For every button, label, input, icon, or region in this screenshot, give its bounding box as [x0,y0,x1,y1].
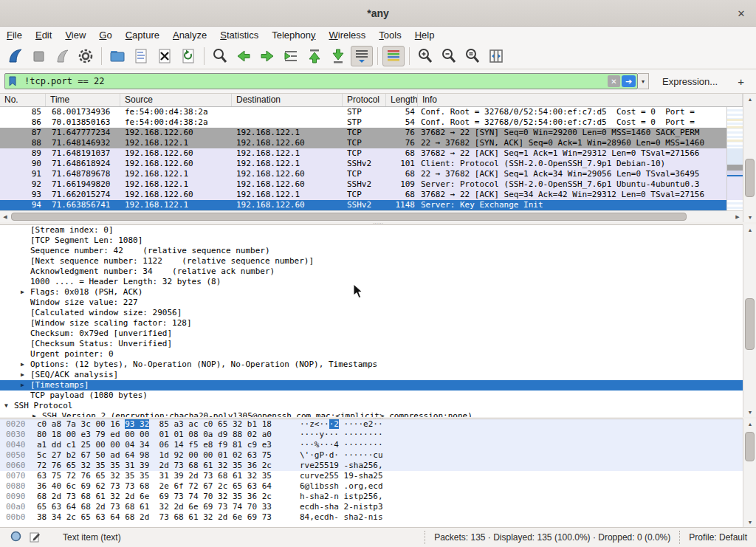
filter-history-dropdown[interactable]: ▾ [638,73,649,89]
packet-row[interactable]: 93 71.662015274 192.168.122.60 192.168.1… [0,190,726,200]
column-header[interactable]: Length [386,94,418,106]
expander-icon[interactable] [21,308,30,318]
auto-scroll-icon[interactable] [351,46,373,66]
expression-button[interactable]: Expression... [662,76,718,87]
detail-tree-row[interactable]: ▶ [SEQ/ACK analysis] [0,370,743,380]
go-to-packet-icon[interactable] [280,46,302,66]
menu-item[interactable]: Analyze [166,28,213,42]
expander-icon[interactable] [21,349,30,359]
detail-tree-row[interactable]: ▶ [Timestamps] [0,380,743,391]
detail-tree-row[interactable]: Acknowledgment number: 34 (relative ack … [0,266,743,277]
expander-icon[interactable] [21,225,30,235]
zoom-in-icon[interactable] [414,46,436,66]
menu-item[interactable]: Telephony [265,28,322,42]
hex-row[interactable]: 00a0 65 63 64 68 2d 73 68 61 32 2d 6e 69… [0,502,743,512]
scroll-thumb[interactable] [745,159,755,197]
expander-icon[interactable] [21,246,30,256]
packet-row[interactable]: 91 71.648789678 192.168.122.1 192.168.12… [0,169,726,179]
start-capture-icon[interactable] [4,46,26,66]
detail-tree-row[interactable]: Sequence number: 42 (relative sequence n… [0,246,743,256]
menu-item[interactable]: Edit [29,28,58,42]
go-forward-icon[interactable] [256,46,278,66]
packet-row[interactable]: 88 71.648146932 192.168.122.1 192.168.12… [0,138,726,148]
column-header[interactable]: No. [0,94,46,106]
scroll-down-icon[interactable]: ▼ [743,517,756,527]
detail-tree-row[interactable]: ▶ Options: (12 bytes), No-Operation (NOP… [0,359,743,370]
scroll-thumb[interactable] [745,432,755,461]
filter-bookmark-icon[interactable] [8,76,17,89]
scroll-up-icon[interactable]: ▲ [743,419,756,429]
expander-icon[interactable] [21,318,30,328]
scroll-down-icon[interactable]: ▼ [743,212,756,222]
scroll-up-icon[interactable]: ▲ [743,224,756,235]
hex-row[interactable]: 0040 a1 dd c1 25 00 00 04 34 06 14 f5 e8… [0,440,743,450]
detail-tree-row[interactable]: ▶ SSH Version 2 (encryption:chacha20-pol… [0,411,743,417]
menu-item[interactable]: View [58,28,92,42]
scroll-down-icon[interactable]: ▼ [743,407,756,417]
detail-tree-row[interactable]: ▼ SSH Protocol [0,401,743,411]
detail-tree-row[interactable]: TCP payload (1080 bytes) [0,391,743,401]
detail-tree-row[interactable]: [Next sequence number: 1122 (relative se… [0,256,743,266]
column-header[interactable]: Protocol [343,94,386,106]
scroll-thumb[interactable] [11,213,687,221]
packet-minimap[interactable] [726,107,743,210]
expander-icon[interactable] [21,266,30,277]
packet-row[interactable]: 89 71.648191037 192.168.122.60 192.168.1… [0,148,726,159]
packet-list-hscrollbar[interactable]: ◀ ▶ [0,210,743,222]
stop-capture-icon[interactable] [27,46,49,66]
capture-comment-icon[interactable] [29,531,41,545]
display-filter-input[interactable] [4,73,638,89]
packet-row[interactable]: 92 71.661949820 192.168.122.1 192.168.12… [0,179,726,190]
zoom-out-icon[interactable] [438,46,460,66]
hex-row[interactable]: 0020 c0 a8 7a 3c 00 16 93 32 85 a3 ac c0… [0,419,743,430]
hex-row[interactable]: 0080 36 40 6c 69 62 73 73 68 2e 6f 72 67… [0,481,743,492]
expander-icon[interactable]: ▶ [21,370,30,380]
open-file-icon[interactable] [106,46,128,66]
add-filter-button[interactable]: + [738,75,744,88]
detail-vscrollbar[interactable]: ▲ ▼ [743,224,756,417]
find-packet-icon[interactable] [209,46,231,66]
menu-item[interactable]: Wireless [323,28,373,42]
packet-list-vscrollbar[interactable]: ▲ ▼ [743,94,756,222]
go-first-packet-icon[interactable] [303,46,326,66]
hex-row[interactable]: 00b0 38 34 2c 65 63 64 68 2d 73 68 61 32… [0,512,743,523]
bytes-vscrollbar[interactable]: ▲ ▼ [743,419,756,527]
menu-item[interactable]: Tools [372,28,408,42]
hex-row[interactable]: 0030 80 18 00 e3 79 ed 00 00 01 01 08 0a… [0,430,743,440]
menu-item[interactable]: File [0,28,29,42]
scroll-thumb[interactable] [745,298,755,350]
expander-icon[interactable] [21,339,30,349]
packet-row[interactable]: 85 68.001734936 fe:54:00:d4:38:2a STP 54… [0,107,726,117]
hex-row[interactable]: 0090 68 2d 73 68 61 32 2d 6e 69 73 74 70… [0,492,743,502]
title-bar[interactable]: *any ✕ [0,0,756,27]
zoom-original-icon[interactable] [461,46,484,66]
reload-file-icon[interactable] [177,46,199,66]
detail-tree-row[interactable]: [Stream index: 0] [0,225,743,235]
expander-icon[interactable] [21,277,30,287]
menu-item[interactable]: Go [92,28,118,42]
colorize-packets-icon[interactable] [382,46,405,66]
scroll-up-icon[interactable]: ▲ [743,94,756,104]
restart-capture-icon[interactable] [51,46,73,66]
detail-tree-row[interactable]: [Window size scaling factor: 128] [0,318,743,328]
detail-tree-row[interactable]: [Checksum Status: Unverified] [0,339,743,349]
packet-row[interactable]: 94 71.663856741 192.168.122.1 192.168.12… [0,200,726,210]
close-window-button[interactable]: ✕ [734,6,749,21]
column-header[interactable]: Destination [232,94,343,106]
capture-options-icon[interactable] [75,46,97,66]
filter-apply-icon[interactable]: ➔ [622,75,636,87]
filter-clear-icon[interactable]: ✕ [608,75,620,87]
expander-icon[interactable] [21,328,30,339]
expander-icon[interactable]: ▼ [4,401,14,411]
detail-tree-row[interactable]: [Calculated window size: 29056] [0,308,743,318]
hex-row[interactable]: 0050 5c 27 b2 67 50 ad 64 98 1d 92 00 00… [0,450,743,461]
menu-item[interactable]: Help [408,28,441,42]
save-file-icon[interactable] [130,46,152,66]
close-file-icon[interactable] [154,46,176,66]
detail-tree-row[interactable]: 1000 .... = Header Length: 32 bytes (8) [0,277,743,287]
expander-icon[interactable]: ▶ [21,359,30,370]
go-back-icon[interactable] [233,46,255,66]
resize-columns-icon[interactable] [485,46,507,66]
scroll-left-icon[interactable]: ◀ [0,211,10,223]
expander-icon[interactable]: ▶ [21,287,30,297]
